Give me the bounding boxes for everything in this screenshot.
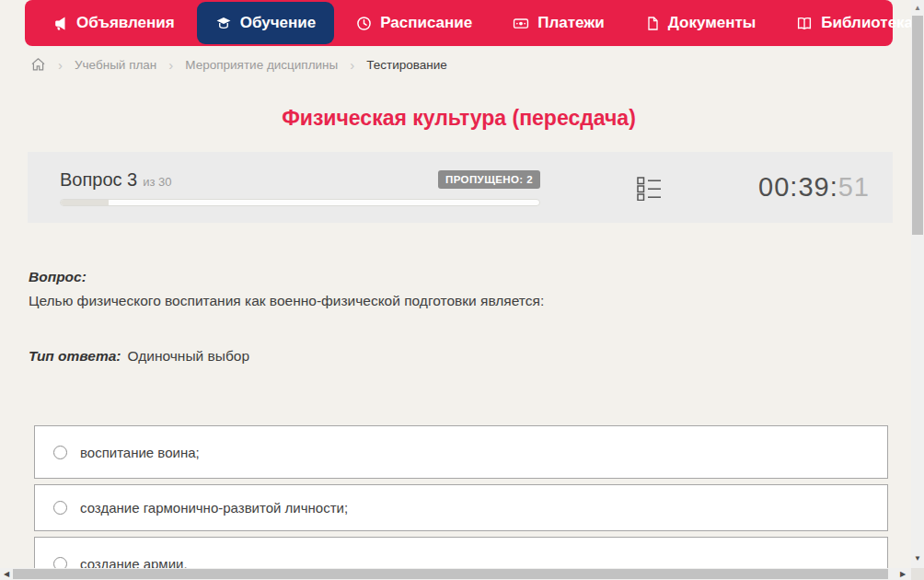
nav-item-library[interactable]: Библиотека (778, 2, 924, 44)
scroll-left-arrow[interactable]: ◀ (0, 568, 13, 580)
question-number: Вопрос 3из 30 (60, 169, 172, 191)
answer-option-1[interactable]: воспитание воина; (34, 425, 888, 479)
scroll-down-arrow[interactable]: ▼ (911, 552, 924, 565)
nav-item-payments[interactable]: Платежи (494, 2, 623, 44)
breadcrumb-separator: › (58, 58, 63, 72)
answer-type-row: Тип ответа:Одиночный выбор (29, 348, 249, 365)
answer-type-value: Одиночный выбор (128, 348, 250, 364)
skipped-badge: ПРОПУЩЕНО: 2 (438, 170, 540, 189)
graduation-cap-icon (215, 16, 232, 31)
nav-item-announcements[interactable]: Объявления (34, 2, 193, 44)
nav-item-label: Библиотека (821, 14, 913, 32)
scrollbar-corner (911, 568, 924, 580)
timer-seconds: 51 (838, 172, 870, 202)
answer-type-caption: Тип ответа: (29, 348, 121, 364)
horizontal-scrollbar-thumb[interactable] (13, 569, 888, 579)
question-list-icon[interactable] (637, 175, 662, 201)
question-caption: Вопрос: (29, 269, 87, 285)
megaphone-icon (52, 16, 68, 31)
horizontal-scrollbar[interactable]: ◀ ▶ (0, 568, 924, 580)
answer-option-label: создание гармонично-развитой личности; (80, 500, 348, 516)
nav-item-label: Документы (668, 14, 757, 32)
nav-item-learning[interactable]: Обучение (197, 2, 334, 44)
answer-option-label: воспитание воина; (80, 445, 200, 460)
nav-item-label: Объявления (76, 14, 175, 32)
nav-item-label: Платежи (537, 14, 605, 32)
breadcrumb-separator: › (350, 58, 354, 72)
answers-list: воспитание воина; создание гармонично-ра… (34, 425, 888, 580)
vertical-scrollbar-thumb[interactable] (912, 16, 923, 235)
open-book-icon (796, 16, 813, 31)
progress-bar (60, 199, 540, 206)
nav-item-label: Обучение (240, 14, 316, 32)
progress-fill (61, 200, 109, 205)
vertical-scrollbar[interactable]: ▲ ▼ (911, 0, 924, 568)
home-icon[interactable] (30, 57, 46, 72)
breadcrumb-item-curriculum[interactable]: Учебный план (75, 58, 156, 72)
timer-minutes: 00:39: (758, 172, 838, 202)
question-header-panel: Вопрос 3из 30 ПРОПУЩЕНО: 2 00:39:51 (28, 152, 893, 223)
nav-item-label: Расписание (380, 14, 472, 32)
breadcrumb-separator: › (168, 58, 173, 72)
question-text: Целью физического воспитания как военно-… (29, 293, 544, 309)
scroll-up-arrow[interactable]: ▲ (911, 2, 924, 15)
question-total-label: из 30 (143, 175, 171, 189)
breadcrumb-item-testing: Тестирование (366, 58, 447, 72)
radio-button[interactable] (53, 501, 67, 515)
timer: 00:39:51 (758, 172, 870, 203)
breadcrumb-item-discipline-event[interactable]: Мероприятие дисциплины (185, 58, 338, 72)
radio-button[interactable] (53, 446, 67, 459)
nav-item-documents[interactable]: Документы (627, 2, 775, 44)
answer-option-2[interactable]: создание гармонично-развитой личности; (34, 484, 888, 531)
nav-item-schedule[interactable]: Расписание (338, 2, 491, 44)
scroll-right-arrow[interactable]: ▶ (896, 568, 909, 580)
breadcrumb: › Учебный план › Мероприятие дисциплины … (30, 57, 447, 72)
main-navbar: Объявления Обучение Расписание Платежи Д… (25, 0, 893, 46)
page-title: Физическая культура (пересдача) (25, 106, 893, 131)
clock-icon (356, 16, 372, 31)
question-progress-block: Вопрос 3из 30 ПРОПУЩЕНО: 2 (60, 169, 540, 206)
banknote-icon (513, 16, 529, 31)
question-number-label: Вопрос 3 (60, 169, 137, 190)
document-icon (645, 16, 660, 31)
